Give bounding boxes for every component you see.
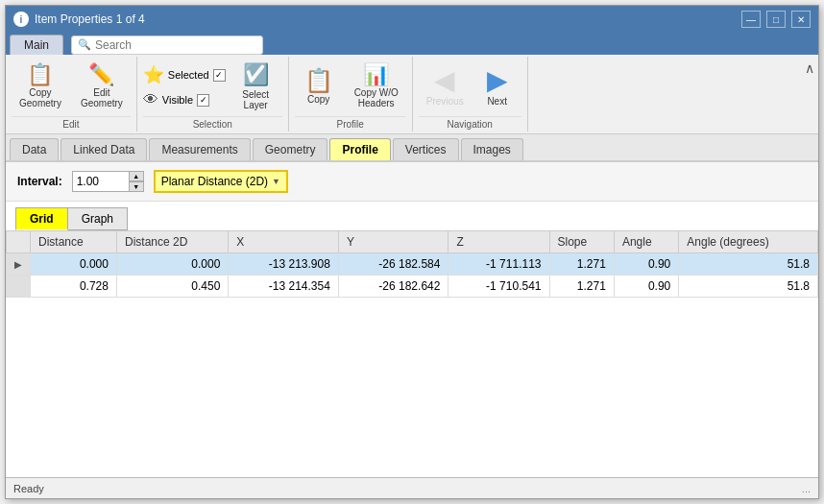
- select-layer-icon: ☑️: [243, 62, 269, 87]
- data-table-wrap: Distance Distance 2D X Y Z Slope Angle A…: [6, 230, 818, 477]
- cell-distance-1: 0.000: [31, 253, 117, 276]
- main-window: i Item Properties 1 of 4 — □ ✕ Main 🔍 📋: [5, 5, 819, 499]
- copy-geometry-icon: 📋: [27, 64, 53, 85]
- cell-y-1: -26 182.584: [338, 253, 448, 276]
- content-tabs: Data Linked Data Measurements Geometry P…: [6, 134, 818, 162]
- tab-data[interactable]: Data: [10, 138, 59, 160]
- col-indicator: [7, 231, 31, 253]
- profile-group-buttons: 📋 Copy 📊 Copy W/OHeaders: [295, 59, 406, 114]
- visible-checkbox[interactable]: ✓: [197, 94, 209, 107]
- row-indicator-2: [7, 276, 31, 298]
- cell-slope-2: 1.271: [549, 276, 614, 298]
- selected-label: Selected: [168, 69, 209, 81]
- tab-measurements[interactable]: Measurements: [149, 138, 250, 160]
- menu-bar: Main 🔍: [6, 33, 818, 55]
- view-tab-graph[interactable]: Graph: [67, 207, 128, 230]
- selection-group: ⭐ Selected ✓ 👁 Visible ✓ ☑️ SelectLayer …: [137, 57, 289, 132]
- copy-geometry-label: CopyGeometry: [19, 87, 61, 108]
- col-y: Y: [338, 231, 448, 253]
- search-input[interactable]: [95, 38, 256, 52]
- row-indicator-1: ▶: [7, 253, 31, 276]
- cell-angle-1: 0.90: [614, 253, 678, 276]
- edit-group-label: Edit: [12, 116, 131, 130]
- next-label: Next: [487, 96, 507, 107]
- profile-controls: Interval: ▲ ▼ Planar Distance (2D) ▼: [6, 162, 818, 202]
- next-icon: ▶: [487, 67, 508, 94]
- visible-label: Visible: [162, 94, 193, 106]
- edit-geometry-icon: ✏️: [88, 64, 114, 85]
- window-title: Item Properties 1 of 4: [35, 12, 145, 26]
- previous-button[interactable]: ◀ Previous: [419, 63, 472, 110]
- copy-icon: 📋: [304, 69, 333, 92]
- select-layer-button[interactable]: ☑️ SelectLayer: [230, 59, 282, 114]
- edit-geometry-button[interactable]: ✏️ EditGeometry: [73, 60, 131, 112]
- col-angle: Angle: [614, 231, 678, 253]
- col-distance-2d: Distance 2D: [116, 231, 228, 253]
- table-row[interactable]: 0.728 0.450 -13 214.354 -26 182.642 -1 7…: [7, 276, 818, 298]
- toolbar-collapse-button[interactable]: ∧: [801, 57, 818, 80]
- tab-profile[interactable]: Profile: [329, 138, 390, 160]
- maximize-button[interactable]: □: [766, 11, 786, 28]
- table-row[interactable]: ▶ 0.000 0.000 -13 213.908 -26 182.584 -1…: [7, 253, 818, 276]
- cell-distance-2: 0.728: [31, 276, 117, 298]
- col-x: X: [229, 231, 339, 253]
- status-bar: Ready ...: [6, 477, 818, 498]
- view-tab-grid[interactable]: Grid: [15, 207, 68, 230]
- title-bar: i Item Properties 1 of 4 — □ ✕: [6, 6, 818, 33]
- next-button[interactable]: ▶ Next: [473, 63, 521, 110]
- copy-geometry-button[interactable]: 📋 CopyGeometry: [12, 60, 69, 112]
- copy-label: Copy: [307, 94, 329, 105]
- col-slope: Slope: [549, 231, 614, 253]
- visible-checkbox-row: 👁 Visible ✓: [143, 91, 226, 108]
- copy-wo-headers-button[interactable]: 📊 Copy W/OHeaders: [347, 60, 406, 112]
- cell-x-2: -13 214.354: [229, 276, 339, 298]
- cell-angle-deg-2: 51.8: [679, 276, 818, 298]
- copy-button[interactable]: 📋 Copy: [295, 65, 343, 108]
- search-icon: 🔍: [78, 38, 91, 51]
- navigation-group-label: Navigation: [419, 116, 521, 130]
- interval-input-group: ▲ ▼: [72, 171, 144, 192]
- search-box[interactable]: 🔍: [71, 36, 263, 55]
- previous-label: Previous: [426, 96, 464, 107]
- tab-linked-data[interactable]: Linked Data: [61, 138, 147, 160]
- visible-eye-icon: 👁: [143, 91, 158, 108]
- cell-angle-2: 0.90: [614, 276, 678, 298]
- tab-images[interactable]: Images: [461, 138, 523, 160]
- close-button[interactable]: ✕: [791, 11, 811, 28]
- cell-z-1: -1 711.113: [448, 253, 549, 276]
- interval-label: Interval:: [17, 175, 62, 188]
- title-bar-left: i Item Properties 1 of 4: [13, 12, 145, 27]
- toolbar: 📋 CopyGeometry ✏️ EditGeometry Edit ⭐ Se…: [6, 55, 818, 134]
- navigation-group: ◀ Previous ▶ Next Navigation: [413, 57, 528, 132]
- copy-wo-headers-label: Copy W/OHeaders: [354, 87, 399, 108]
- cell-y-2: -26 182.642: [338, 276, 448, 298]
- selected-star-icon: ⭐: [143, 64, 164, 85]
- main-tab[interactable]: Main: [10, 35, 63, 55]
- tab-vertices[interactable]: Vertices: [393, 138, 459, 160]
- profile-group-label: Profile: [295, 116, 406, 130]
- minimize-button[interactable]: —: [741, 11, 761, 28]
- distance-dropdown[interactable]: Planar Distance (2D) ▼: [154, 170, 288, 193]
- interval-input[interactable]: [72, 171, 130, 192]
- title-bar-controls: — □ ✕: [741, 11, 811, 28]
- profile-group: 📋 Copy 📊 Copy W/OHeaders Profile: [289, 57, 413, 132]
- edit-group-buttons: 📋 CopyGeometry ✏️ EditGeometry: [12, 59, 131, 114]
- navigation-group-buttons: ◀ Previous ▶ Next: [419, 59, 521, 114]
- cell-distance2d-1: 0.000: [116, 253, 228, 276]
- col-distance: Distance: [31, 231, 117, 253]
- select-layer-label: SelectLayer: [242, 89, 269, 110]
- spin-up-button[interactable]: ▲: [129, 171, 144, 181]
- dropdown-arrow-icon: ▼: [272, 177, 280, 186]
- interval-spinner: ▲ ▼: [129, 171, 144, 192]
- copy-wo-icon: 📊: [363, 64, 389, 85]
- window-icon: i: [13, 12, 29, 27]
- spin-down-button[interactable]: ▼: [129, 181, 144, 192]
- col-angle-degrees: Angle (degrees): [679, 231, 818, 253]
- selected-checkbox-row: ⭐ Selected ✓: [143, 64, 226, 85]
- status-dots: ...: [802, 483, 811, 494]
- selected-checkbox[interactable]: ✓: [213, 69, 226, 82]
- selection-group-content: ⭐ Selected ✓ 👁 Visible ✓ ☑️ SelectLayer: [143, 59, 282, 114]
- tab-geometry[interactable]: Geometry: [253, 138, 328, 160]
- distance-dropdown-value: Planar Distance (2D): [161, 175, 268, 188]
- edit-group: 📋 CopyGeometry ✏️ EditGeometry Edit: [6, 57, 137, 132]
